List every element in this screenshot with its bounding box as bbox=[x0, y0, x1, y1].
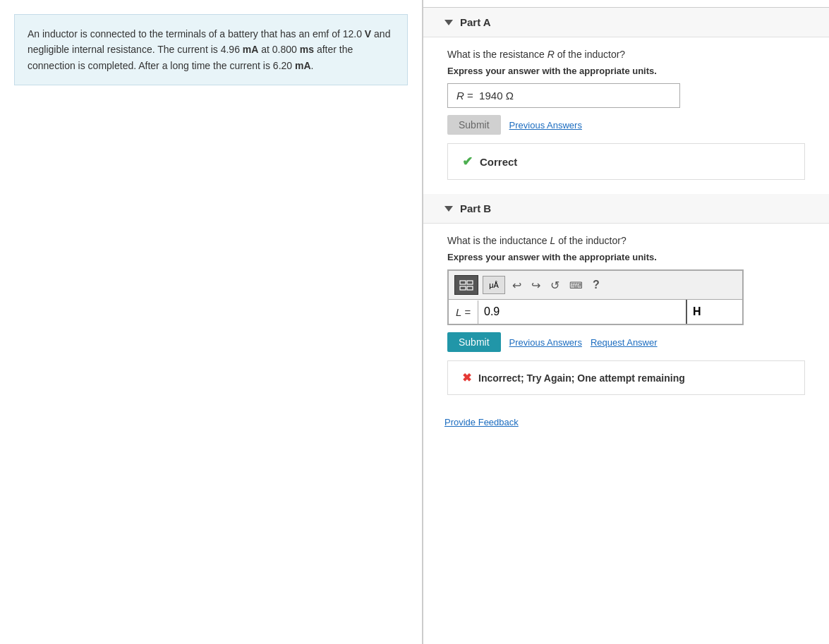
svg-rect-2 bbox=[460, 286, 466, 290]
part-b-math-container: μÅ ↩ ↪ ↺ ⌨ ? L = bbox=[447, 269, 744, 325]
part-b-header: Part B bbox=[423, 194, 829, 224]
part-b-instruction: Express your answer with the appropriate… bbox=[447, 252, 805, 262]
problem-text: An inductor is connected to the terminal… bbox=[28, 28, 390, 71]
part-a-correct-label: Correct bbox=[480, 156, 517, 168]
part-a-instruction: Express your answer with the appropriate… bbox=[447, 66, 805, 76]
part-b-section: Part B What is the inductance L of the i… bbox=[444, 194, 808, 395]
fraction-button[interactable] bbox=[454, 275, 478, 295]
part-b-unit-input[interactable] bbox=[686, 300, 742, 324]
part-a-question: What is the resistance R of the inductor… bbox=[447, 49, 805, 60]
part-b-content: What is the inductance L of the inductor… bbox=[444, 235, 808, 395]
provide-feedback-section: Provide Feedback bbox=[444, 416, 808, 427]
units-button[interactable]: μÅ bbox=[483, 276, 505, 294]
keyboard-button[interactable]: ⌨ bbox=[567, 279, 586, 292]
right-panel: Part A What is the resistance R of the i… bbox=[423, 0, 829, 644]
part-a-answer-row: R = 1940 Ω bbox=[447, 83, 805, 108]
part-a-section: Part A What is the resistance R of the i… bbox=[444, 8, 808, 180]
fraction-icon bbox=[459, 278, 474, 292]
part-a-chevron-icon[interactable] bbox=[444, 20, 453, 25]
part-a-submit-row: Submit Previous Answers bbox=[447, 115, 805, 135]
part-b-incorrect-label: Incorrect; Try Again; One attempt remain… bbox=[478, 372, 685, 384]
part-b-submit-button[interactable]: Submit bbox=[447, 332, 501, 352]
part-b-submit-row: Submit Previous Answers Request Answer bbox=[447, 332, 805, 352]
redo-button[interactable]: ↪ bbox=[528, 277, 543, 293]
incorrect-x-icon: ✖ bbox=[462, 371, 471, 384]
help-button[interactable]: ? bbox=[590, 277, 603, 293]
part-a-content: What is the resistance R of the inductor… bbox=[444, 49, 808, 180]
left-panel: An inductor is connected to the terminal… bbox=[0, 0, 423, 644]
part-b-answer-label: L = bbox=[449, 300, 478, 324]
part-a-correct-box: ✔ Correct bbox=[447, 143, 805, 180]
part-a-answer-value: 1940 Ω bbox=[479, 90, 514, 102]
part-a-header: Part A bbox=[423, 8, 829, 37]
part-b-question: What is the inductance L of the inductor… bbox=[447, 235, 805, 246]
provide-feedback-link[interactable]: Provide Feedback bbox=[444, 417, 519, 427]
svg-rect-1 bbox=[467, 281, 473, 284]
part-a-label: Part A bbox=[460, 16, 491, 28]
problem-statement: An inductor is connected to the terminal… bbox=[14, 14, 408, 85]
undo-button[interactable]: ↩ bbox=[509, 277, 524, 293]
part-b-label: Part B bbox=[460, 202, 491, 214]
part-b-value-input[interactable] bbox=[478, 300, 686, 324]
svg-rect-0 bbox=[460, 281, 466, 284]
part-a-answer-box: R = 1940 Ω bbox=[447, 83, 680, 108]
part-b-previous-answers-link[interactable]: Previous Answers bbox=[509, 337, 582, 348]
svg-rect-3 bbox=[467, 286, 473, 290]
reset-button[interactable]: ↺ bbox=[547, 277, 562, 293]
part-b-incorrect-box: ✖ Incorrect; Try Again; One attempt rema… bbox=[447, 360, 805, 395]
part-a-submit-button[interactable]: Submit bbox=[447, 115, 501, 135]
correct-check-icon: ✔ bbox=[462, 154, 473, 169]
part-b-input-row: L = bbox=[448, 299, 743, 324]
part-b-request-answer-link[interactable]: Request Answer bbox=[591, 337, 658, 348]
math-toolbar: μÅ ↩ ↪ ↺ ⌨ ? bbox=[448, 270, 743, 299]
part-a-previous-answers-link[interactable]: Previous Answers bbox=[509, 120, 582, 130]
part-b-chevron-icon[interactable] bbox=[444, 206, 453, 212]
